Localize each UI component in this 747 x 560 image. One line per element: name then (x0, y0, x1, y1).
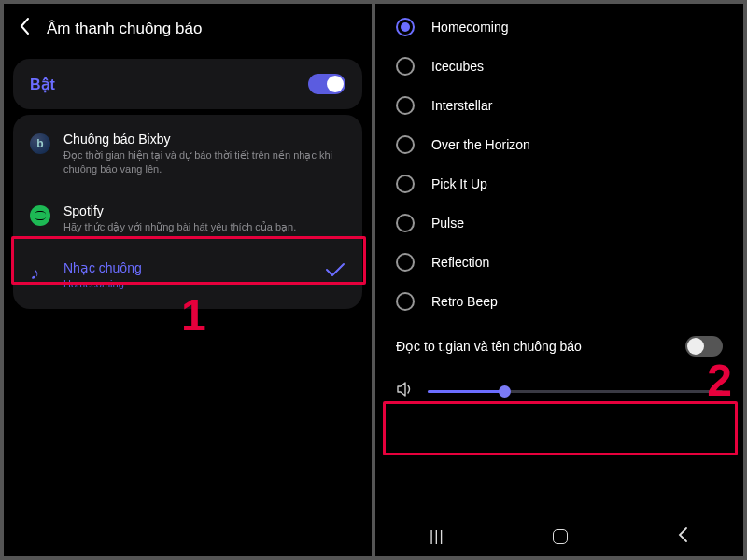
spotify-icon (30, 205, 50, 226)
bixby-sub: Đọc thời gian hiện tại và dự báo thời ti… (63, 148, 345, 177)
master-toggle[interactable] (308, 74, 345, 94)
radio-icon[interactable] (396, 96, 415, 115)
nav-back-button[interactable] (676, 525, 689, 549)
tone-row[interactable]: Pick It Up (375, 164, 743, 203)
tone-label: Homecoming (431, 20, 508, 35)
nav-home-button[interactable] (553, 529, 568, 544)
pane-left: Âm thanh chuông báo Bật b Chuông báo Bix… (4, 4, 372, 556)
header: Âm thanh chuông báo (4, 4, 372, 53)
tone-row[interactable]: Over the Horizon (375, 125, 743, 164)
tone-list: HomecomingIcecubesInterstellarOver the H… (375, 4, 743, 321)
check-icon (325, 260, 345, 282)
page-title: Âm thanh chuông báo (47, 20, 202, 38)
spotify-sub: Hãy thức dậy với những bài hát yêu thích… (63, 220, 345, 234)
tts-toggle[interactable] (685, 336, 723, 357)
tone-row[interactable]: Icecubes (375, 47, 743, 86)
tts-toggle-row[interactable]: Đọc to t.gian và tên chuông báo (375, 321, 743, 371)
back-button[interactable] (19, 17, 30, 40)
radio-icon[interactable] (396, 175, 415, 193)
radio-icon[interactable] (396, 253, 415, 272)
radio-icon[interactable] (396, 135, 415, 154)
pane-right: HomecomingIcecubesInterstellarOver the H… (375, 4, 743, 556)
radio-icon[interactable] (396, 214, 415, 232)
radio-icon[interactable] (396, 292, 415, 311)
tone-row[interactable]: Reflection (375, 243, 743, 282)
nav-recents-button[interactable]: ||| (430, 528, 444, 545)
volume-slider[interactable] (428, 390, 723, 393)
music-note-icon: ♪ (30, 262, 50, 283)
radio-icon[interactable] (396, 18, 415, 36)
spotify-item[interactable]: Spotify Hãy thức dậy với những bài hát y… (13, 190, 362, 247)
ringtone-sub: Homecoming (63, 277, 312, 291)
tone-label: Interstellar (431, 98, 492, 113)
tone-label: Over the Horizon (431, 137, 530, 152)
on-label: Bật (30, 76, 55, 93)
tone-row[interactable]: Interstellar (375, 86, 743, 125)
tone-label: Reflection (431, 255, 489, 270)
step-highlight-2 (383, 401, 738, 455)
bixby-title: Chuông báo Bixby (63, 132, 345, 147)
ringtone-title: Nhạc chuông (63, 260, 312, 275)
ringtone-item[interactable]: ♪ Nhạc chuông Homecoming (13, 247, 362, 304)
tts-label: Đọc to t.gian và tên chuông báo (396, 339, 582, 354)
sound-source-list: b Chuông báo Bixby Đọc thời gian hiện tạ… (13, 115, 362, 309)
speaker-icon (396, 381, 415, 402)
master-toggle-card[interactable]: Bật (13, 59, 362, 109)
tone-label: Pulse (431, 216, 464, 231)
bixby-alarm-item[interactable]: b Chuông báo Bixby Đọc thời gian hiện tạ… (13, 119, 362, 190)
tone-row[interactable]: Retro Beep (375, 282, 743, 321)
nav-bar: ||| (375, 517, 743, 556)
tone-label: Icecubes (431, 59, 484, 74)
spotify-title: Spotify (63, 203, 345, 218)
tone-label: Pick It Up (431, 176, 487, 191)
volume-row (375, 371, 743, 408)
tone-row[interactable]: Pulse (375, 203, 743, 243)
tone-label: Retro Beep (431, 294, 498, 309)
bixby-icon: b (30, 133, 50, 154)
tone-row[interactable]: Homecoming (375, 7, 743, 47)
radio-icon[interactable] (396, 57, 415, 76)
